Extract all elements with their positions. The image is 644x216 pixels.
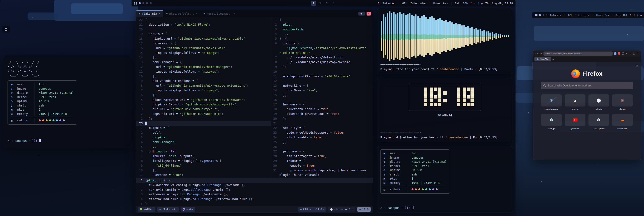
shortcut-claude[interactable]: ✳claude: [612, 94, 633, 110]
shortcut-chat-openai[interactable]: ✼chat.openai: [588, 114, 609, 130]
workspace-tag-4[interactable]: 4: [331, 1, 336, 6]
editor-pane-pkgs[interactable]: 1{pkgs, ...}: {1 tux-awesome-wm-config =…: [136, 177, 373, 206]
adblock-icon[interactable]: [618, 52, 620, 55]
workspace-tag-3[interactable]: 3: [324, 1, 330, 6]
visualizer-bar: [427, 19, 428, 53]
visualizer-bar: [474, 29, 475, 43]
tag-icon[interactable]: [542, 14, 544, 16]
forward-button[interactable]: ›: [537, 52, 538, 55]
volume-icon[interactable]: ♪: [630, 14, 631, 17]
shell-prompt[interactable]: ⌂ → canopus ~ ))): [380, 206, 510, 210]
status-divider: |: [564, 14, 566, 17]
editor-tab-flake-nix[interactable]: ❄flake.nix×: [136, 10, 163, 17]
launcher-icon[interactable]: [134, 2, 137, 5]
bluetooth-icon[interactable]: ᛒ: [478, 2, 479, 5]
maximize-button[interactable]: ▢: [633, 52, 635, 55]
visualizer-window[interactable]: ======================> Playing: ffee fo…: [377, 8, 513, 74]
volume-icon[interactable]: ♪: [470, 2, 472, 5]
gear-icon[interactable]: ⚙: [636, 64, 638, 67]
info-value: 4h 23m: [37, 99, 74, 103]
repo-label: nixos-config: [334, 208, 353, 211]
refresh-button[interactable]: ↻: [540, 52, 542, 55]
launcher-icon[interactable]: [5, 28, 7, 31]
menu-icon[interactable]: ≡: [626, 52, 628, 55]
neovim-window[interactable]: ❄flake.nix×❄pkgs/default...×❄hosts/isoIm…: [136, 10, 373, 213]
tag-icon[interactable]: [139, 2, 140, 4]
bar-clock: Thu Aug 08, 18:18: [485, 2, 513, 5]
launcher-icon[interactable]: [535, 14, 538, 16]
system-tray[interactable]: ♪⚡ᛒ◉: [470, 2, 483, 5]
tab-close-icon[interactable]: ×: [196, 12, 198, 15]
tag-icon[interactable]: [142, 2, 144, 4]
lsp-label: LSP ~ null-ls: [303, 208, 324, 211]
visualizer-bar: [417, 16, 418, 56]
clock-cell: [449, 95, 452, 99]
shortcut-youtube[interactable]: youtube: [565, 114, 586, 130]
terminal-window[interactable]: / \ / \ / / / /\ \/ /\ \/ / \ \/ /\ \/ /…: [2, 56, 132, 147]
shell-prompt[interactable]: ⌂ → canopus ~ ))): [8, 139, 127, 143]
network-icon[interactable]: ⚡: [474, 2, 476, 5]
tag-icon[interactable]: [539, 14, 541, 16]
branch-label: main: [186, 208, 193, 211]
new-tab-button[interactable]: +: [552, 58, 554, 61]
toggle-visibility-button[interactable]: [358, 12, 365, 16]
code-text: home-manager,: [145, 140, 176, 145]
workspace-tag-1[interactable]: 1: [311, 1, 316, 6]
power-icon[interactable]: ◉: [481, 2, 483, 5]
workspace-tag-2[interactable]: 2: [318, 1, 323, 6]
user-icon: ●: [384, 151, 389, 156]
palette-dot: [56, 119, 58, 121]
shortcut-github[interactable]: github: [588, 94, 609, 110]
url-bar[interactable]: [544, 52, 612, 56]
palette-dot: [412, 188, 414, 190]
minimize-button[interactable]: –: [630, 52, 631, 55]
tag-icon[interactable]: [146, 2, 148, 4]
system-tray[interactable]: ♪⚡ᛒ◉: [630, 14, 642, 17]
editor-tabs[interactable]: ❄flake.nix×❄pkgs/default...×❄hosts/isoIm…: [136, 10, 238, 17]
firefox-window[interactable]: ‹ › ↻ ≡ – ▢ ✕ New Tab + ⚙ Fir: [533, 50, 641, 160]
tab-new-tab[interactable]: New Tab: [534, 57, 551, 61]
code-text: plugin thunar-volman];: [280, 173, 319, 177]
editor-pane-iso[interactable]: 1{2 pkgs,3 modulesPath,4 ...5}: {6 impor…: [271, 18, 373, 177]
back-button[interactable]: ‹: [535, 52, 536, 55]
bluetooth-icon[interactable]: ᛒ: [637, 14, 638, 17]
account-icon[interactable]: [622, 52, 624, 55]
mini-bar[interactable]: [2, 26, 10, 33]
git-branch-icon: [183, 208, 185, 211]
clock-window[interactable]: 08/08/24 ======================> Playing…: [377, 78, 513, 142]
prompt-segment: canopus: [15, 139, 29, 142]
now-playing-segment: ♪ beabadoobee: [436, 68, 459, 71]
now-playing-segment: ♪ beabadoobee: [445, 136, 468, 139]
line-number: 3: [271, 27, 280, 32]
tab-close-icon[interactable]: ×: [159, 12, 160, 15]
shortcut-chatgpt[interactable]: ✼chatgpt: [541, 114, 562, 130]
firefox-wordmark: Firefox: [582, 71, 603, 77]
tag-icons[interactable]: [139, 2, 152, 4]
close-button[interactable]: ✕: [637, 52, 639, 55]
info-value: 1: [37, 108, 74, 112]
tag-icons[interactable]: [539, 14, 544, 16]
firefox-navbar: ‹ › ↻ ≡ – ▢ ✕: [533, 51, 641, 57]
clock-cell: [438, 91, 441, 95]
network-icon[interactable]: ⚡: [633, 14, 635, 17]
prompt-segment: ~: [29, 139, 32, 142]
shortcut-amazon[interactable]: a⌣amazon: [565, 94, 586, 110]
workspace-switcher[interactable]: 1234: [311, 1, 336, 6]
code-text: ...: [145, 145, 158, 149]
tag-icon[interactable]: [150, 2, 152, 4]
prompt-segment: →: [384, 206, 387, 209]
power-icon[interactable]: ◉: [640, 14, 642, 17]
clock-cell: [438, 88, 441, 91]
editor-tab-hosts-isoImag-[interactable]: ❄hosts/isoImag..×: [200, 10, 238, 17]
visualizer-bar: [433, 18, 434, 54]
close-buffer-button[interactable]: ✕: [366, 12, 371, 16]
editor-pane-flake[interactable]: 22{21 description = "tux's NixOS Flake";…: [136, 18, 271, 177]
extensions-icon[interactable]: [614, 52, 616, 55]
fetch-window[interactable]: ●usertux⌂hnamecanopus❄distroNixOS 24.11 …: [377, 146, 513, 213]
editor-tab-pkgs-default-[interactable]: ❄pkgs/default...×: [163, 10, 200, 17]
line-number: 1: [271, 18, 280, 23]
tab-close-icon[interactable]: ×: [233, 12, 235, 15]
shortcut-cloudflare[interactable]: ☁cloudflare: [612, 114, 633, 130]
search-input[interactable]: [541, 82, 633, 89]
shortcut-search-nixos[interactable]: ❄search.nixos: [541, 94, 562, 110]
